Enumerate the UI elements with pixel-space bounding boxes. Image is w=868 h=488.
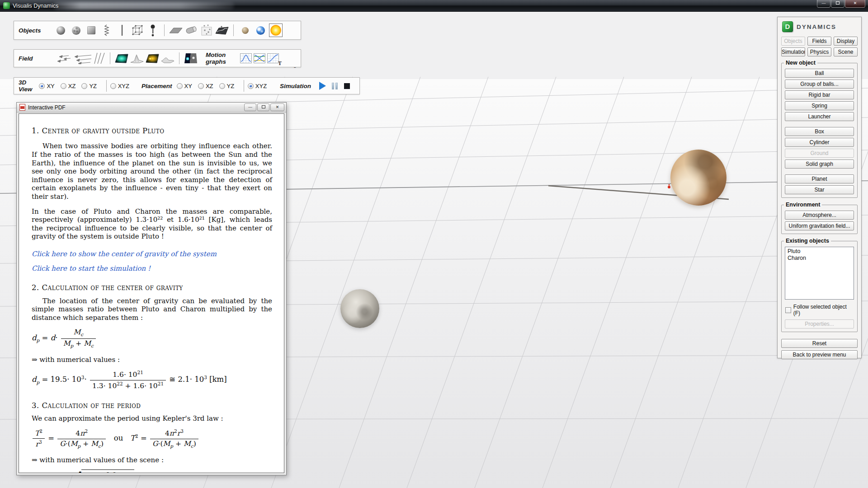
group-of-balls-button[interactable]: Group of balls... xyxy=(785,80,854,89)
contrast-panels-icon[interactable] xyxy=(183,51,198,66)
formula-t-theory: Ttheory = √4π2r3G·(Mp + Mc) = 5.587E5 [s… xyxy=(32,469,272,473)
follow-selected-object-row[interactable]: Follow selected object (F) xyxy=(785,304,854,316)
group-of-balls-icon[interactable] xyxy=(68,23,84,38)
pdf-arrow-line-2: ⇒ with numerical values of the scene : xyxy=(32,456,272,465)
maximize-icon xyxy=(836,1,840,5)
view-radio-yz[interactable]: YZ xyxy=(81,83,97,89)
window-titlebar: Visualis Dynamics — ✕ xyxy=(0,0,868,12)
planet-pluto[interactable] xyxy=(670,150,726,206)
launcher-button[interactable]: Launcher xyxy=(785,112,854,121)
spring-icon[interactable] xyxy=(99,23,114,38)
wireframe-box-icon[interactable] xyxy=(130,23,145,38)
atmosphere-button[interactable]: Atmosphere... xyxy=(785,211,854,220)
placement-radio-xz[interactable]: XZ xyxy=(198,83,213,89)
formula-dp-numeric: dp = 19.5· 103· 1.6· 10211.3· 1022 + 1.6… xyxy=(32,370,272,390)
toolbar-divider xyxy=(244,80,244,92)
graph-crossing-curves-icon[interactable] xyxy=(253,51,266,66)
view-radio-xy[interactable]: XY xyxy=(39,83,54,89)
pause-button[interactable] xyxy=(330,80,339,91)
tab-simulation[interactable]: Simulation xyxy=(781,47,805,56)
window-minimize-button[interactable]: — xyxy=(817,0,830,8)
rigid-bar-button[interactable]: Rigid bar xyxy=(785,90,854,99)
list-item-charon[interactable]: Charon xyxy=(785,255,854,262)
pdf-maximize-button[interactable] xyxy=(257,103,269,111)
reset-button[interactable]: Reset xyxy=(781,339,858,348)
show-center-of-gravity-link[interactable]: Click here to show the center of gravity… xyxy=(32,250,217,258)
surface-yellow-icon[interactable] xyxy=(145,51,160,66)
plane-icon[interactable] xyxy=(168,23,184,38)
pdf-close-button[interactable]: ✕ xyxy=(270,103,284,111)
pdf-titlebar[interactable]: Interactive PDF — ✕ xyxy=(17,103,286,113)
sun-icon[interactable] xyxy=(268,23,283,38)
view-radio-xyz[interactable]: XYZ xyxy=(110,83,129,89)
rigid-bar-icon[interactable] xyxy=(114,23,130,38)
planet-icon[interactable] xyxy=(237,23,253,38)
objects-toolbar-label: Objects xyxy=(19,27,47,34)
interactive-pdf-window: Interactive PDF — ✕ 1.Center of gravity … xyxy=(16,102,287,475)
existing-objects-legend: Existing objects xyxy=(784,238,831,244)
pause-icon xyxy=(332,83,338,89)
tab-display[interactable]: Display xyxy=(834,37,858,46)
pdf-file-icon xyxy=(19,104,25,111)
earth-icon[interactable] xyxy=(253,23,268,38)
surface-teal-icon[interactable] xyxy=(114,51,129,66)
pdf-minimize-button[interactable]: — xyxy=(244,103,256,111)
field-arrows-short-icon[interactable] xyxy=(53,51,72,66)
box-object-icon[interactable] xyxy=(84,23,99,38)
tab-scene[interactable]: Scene xyxy=(834,47,858,56)
star-button[interactable]: Star xyxy=(785,185,854,194)
surface-peak-icon[interactable] xyxy=(129,51,145,66)
properties-button: Properties... xyxy=(785,319,854,328)
existing-objects-list[interactable]: Pluto Charon xyxy=(785,247,854,300)
pdf-section-2-heading: 2.Calculation of the center of gravity xyxy=(32,283,272,292)
simulation-label: Simulation xyxy=(280,83,311,89)
launcher-icon[interactable] xyxy=(145,23,160,38)
solid-graph-icon[interactable] xyxy=(214,23,230,38)
cylinder-icon[interactable] xyxy=(184,23,199,38)
view-radio-xz[interactable]: XZ xyxy=(61,83,76,89)
uniform-gravitation-field-button[interactable]: Uniform gravitation field... xyxy=(785,221,854,230)
play-icon xyxy=(319,82,326,90)
center-of-gravity-marker xyxy=(668,186,670,188)
back-to-preview-menu-button[interactable]: Back to preview menu xyxy=(781,350,858,359)
tab-physics[interactable]: Physics xyxy=(807,47,831,56)
sun-icon-selected-frame xyxy=(269,23,283,37)
start-simulation-link[interactable]: Click here to start the simulation ! xyxy=(32,264,151,273)
cylinder-button[interactable]: Cylinder xyxy=(785,138,854,147)
placement-radio-yz[interactable]: YZ xyxy=(219,83,235,89)
brand-name: DYNAMICS xyxy=(797,23,836,30)
pdf-paragraph-3: The location of the center of gravity ca… xyxy=(32,297,272,322)
placement-radio-xy[interactable]: XY xyxy=(177,83,192,89)
environment-group: Environment Atmosphere... Uniform gravit… xyxy=(781,205,858,234)
field-toolbar: Field xyxy=(14,49,301,67)
field-lines-icon[interactable] xyxy=(93,51,106,66)
particle-box-icon[interactable] xyxy=(199,23,214,38)
graph-rising-curve-icon[interactable]: T xyxy=(266,51,280,66)
box-button[interactable]: Box xyxy=(785,127,854,136)
follow-checkbox[interactable] xyxy=(785,307,791,313)
stop-button[interactable] xyxy=(343,80,351,91)
window-maximize-button[interactable] xyxy=(831,0,844,8)
pdf-window-title: Interactive PDF xyxy=(28,104,243,111)
field-arrows-long-icon[interactable] xyxy=(72,51,93,66)
ball-button[interactable]: Ball xyxy=(785,69,854,78)
pdf-section-1-heading: 1.Center of gravity outside Pluto xyxy=(32,127,272,136)
graph-bell-curve-icon[interactable] xyxy=(239,51,253,66)
pdf-content: 1.Center of gravity outside Pluto When t… xyxy=(19,113,284,473)
field-toolbar-label: Field xyxy=(19,55,47,62)
planet-button[interactable]: Planet xyxy=(785,174,854,183)
stop-icon xyxy=(344,83,350,89)
moon-charon[interactable] xyxy=(340,289,379,328)
pdf-paragraph-1: When two massive bodies are orbiting the… xyxy=(32,142,272,201)
list-item-pluto[interactable]: Pluto xyxy=(785,248,854,255)
brand-header: D DYNAMICS xyxy=(782,21,858,32)
ball-icon[interactable] xyxy=(53,23,68,38)
spring-button[interactable]: Spring xyxy=(785,101,854,110)
placement-radio-xyz[interactable]: XYZ xyxy=(248,83,267,89)
play-button[interactable] xyxy=(318,80,326,91)
tab-fields[interactable]: Fields xyxy=(807,37,831,46)
window-title: Visualis Dynamics xyxy=(13,3,58,9)
surface-peak-flat-icon[interactable] xyxy=(160,51,175,66)
solid-graph-button[interactable]: Solid graph xyxy=(785,160,854,169)
window-close-button[interactable]: ✕ xyxy=(845,0,865,8)
